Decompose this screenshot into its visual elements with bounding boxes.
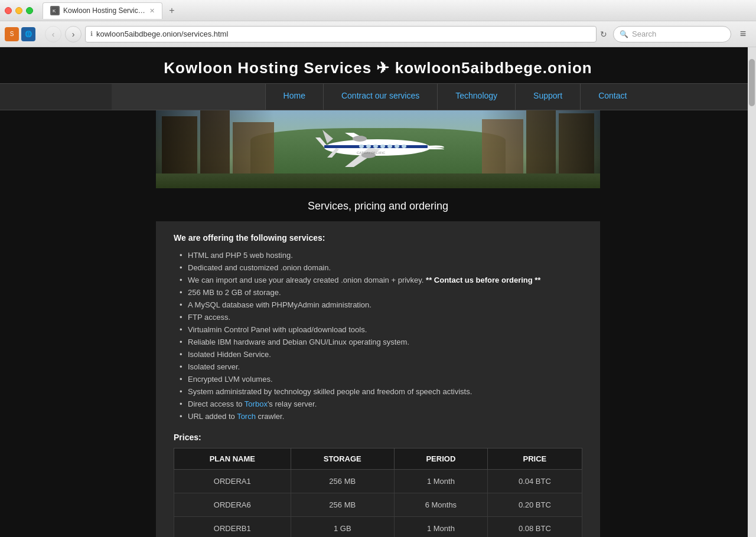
nav-bar: Home Contract our services Technology Su… [0, 83, 756, 110]
svg-point-6 [387, 145, 392, 148]
maximize-button[interactable] [26, 7, 33, 14]
services-heading: We are offering the following services: [174, 233, 582, 243]
period-cell: 1 Month [394, 517, 487, 538]
table-row: ORDERB1 1 GB 1 Month 0.08 BTC [174, 517, 582, 538]
svg-text:CATHAY PACIFIC: CATHAY PACIFIC [357, 151, 386, 155]
minimize-button[interactable] [15, 7, 22, 14]
list-item: Reliable IBM hardware and Debian GNU/Lin… [180, 338, 582, 346]
url-bar[interactable]: ℹ kowloon5aibdbege.onion/services.html [85, 26, 597, 42]
list-item: Encrypted LVM volumes. [180, 375, 582, 384]
services-box: We are offering the following services: … [156, 221, 600, 537]
menu-button[interactable]: ≡ [735, 26, 751, 42]
list-item: System administrated by technology skill… [180, 387, 582, 396]
list-item: We can import and use your already creat… [180, 276, 582, 284]
storage-cell: 1 GB [291, 517, 394, 538]
svg-point-8 [373, 145, 378, 148]
col-period: PERIOD [394, 448, 487, 470]
svg-point-10 [359, 145, 364, 148]
nav-link-technology[interactable]: Technology [437, 84, 515, 110]
pricing-table: PLAN NAME STORAGE PERIOD PRICE ORDERA1 2… [174, 448, 582, 537]
secure-icon: ℹ [90, 30, 93, 38]
plan-name-cell: ORDERA6 [174, 493, 291, 517]
list-item: Dedicated and customized .onion domain. [180, 263, 582, 272]
list-item: Isolated Hidden Service. [180, 350, 582, 359]
page-body: Kowloon Hosting Services ✈ kowloon5aibdb… [0, 47, 756, 537]
list-item: Virtualmin Control Panel with upload/dow… [180, 325, 582, 334]
tab-close-icon[interactable]: ✕ [149, 7, 155, 15]
period-cell: 1 Month [394, 470, 487, 493]
list-item: Isolated server. [180, 362, 582, 371]
price-cell: 0.20 BTC [487, 493, 582, 517]
plan-name-cell: ORDERA1 [174, 470, 291, 493]
traffic-lights [5, 7, 33, 14]
torch-link[interactable]: Torch [237, 412, 256, 421]
svg-point-4 [402, 145, 406, 148]
search-bar[interactable]: 🔍 Search [613, 26, 731, 42]
site-title: Kowloon Hosting Services ✈ kowloon5aibdb… [0, 59, 756, 77]
col-plan-name: PLAN NAME [174, 448, 291, 470]
price-cell: 0.08 BTC [487, 517, 582, 538]
page-container: CATHAY PACIFIC Services, pricing and ord… [156, 110, 600, 537]
nav-links: Home Contract our services Technology Su… [265, 84, 645, 110]
list-item: 256 MB to 2 GB of storage. [180, 288, 582, 297]
list-item: URL added to Torch crawler. [180, 412, 582, 421]
nav-placeholder [112, 84, 265, 110]
site-header: Kowloon Hosting Services ✈ kowloon5aibdb… [0, 47, 756, 83]
list-item: A MySQL database with PHPMyAdmin adminis… [180, 300, 582, 309]
nav-link-support[interactable]: Support [515, 84, 580, 110]
scrollbar-thumb[interactable] [749, 59, 755, 106]
nav-link-contract[interactable]: Contract our services [323, 84, 437, 110]
back-button[interactable]: ‹ [45, 26, 61, 42]
list-item: FTP access. [180, 313, 582, 322]
browser-content: Kowloon Hosting Services ✈ kowloon5aibdb… [0, 47, 756, 537]
scrollbar[interactable] [748, 47, 756, 537]
period-cell: 6 Months [394, 493, 487, 517]
search-input[interactable]: Search [632, 30, 656, 38]
reload-button[interactable]: ↻ [600, 30, 607, 39]
nav-link-home[interactable]: Home [265, 84, 323, 110]
forward-button[interactable]: › [65, 26, 82, 42]
prices-heading: Prices: [174, 433, 582, 442]
table-row: ORDERA6 256 MB 6 Months 0.20 BTC [174, 493, 582, 517]
col-storage: STORAGE [291, 448, 394, 470]
browser-window: K Kowloon Hosting Services ... ✕ + S 🌐 ‹… [0, 0, 756, 537]
tab-title: Kowloon Hosting Services ... [63, 6, 146, 15]
torbox-link[interactable]: Torbox [245, 400, 268, 408]
svg-point-7 [380, 145, 385, 148]
svg-point-9 [366, 145, 371, 148]
section-title: Services, pricing and ordering [156, 188, 600, 221]
col-price: PRICE [487, 448, 582, 470]
search-icon: 🔍 [620, 30, 628, 38]
new-tab-button[interactable]: + [165, 4, 179, 18]
title-bar: K Kowloon Hosting Services ... ✕ + [0, 0, 756, 21]
tab-bar: K Kowloon Hosting Services ... ✕ + [43, 2, 751, 19]
svg-point-5 [395, 145, 399, 148]
extensions-area: S 🌐 [5, 27, 41, 41]
extension-icon-1[interactable]: S [5, 27, 19, 41]
list-item: Direct access to Torbox's relay server. [180, 400, 582, 408]
hero-image: CATHAY PACIFIC [156, 110, 600, 188]
tab-favicon: K [50, 6, 60, 15]
nav-link-contact[interactable]: Contact [580, 84, 644, 110]
price-cell: 0.04 BTC [487, 470, 582, 493]
plan-name-cell: ORDERB1 [174, 517, 291, 538]
url-text[interactable]: kowloon5aibdbege.onion/services.html [96, 30, 591, 38]
list-item: HTML and PHP 5 web hosting. [180, 251, 582, 260]
svg-point-12 [353, 136, 367, 142]
table-row: ORDERA1 256 MB 1 Month 0.04 BTC [174, 470, 582, 493]
storage-cell: 256 MB [291, 470, 394, 493]
browser-tab[interactable]: K Kowloon Hosting Services ... ✕ [43, 2, 162, 19]
toolbar: S 🌐 ‹ › ℹ kowloon5aibdbege.onion/service… [0, 21, 756, 47]
close-button[interactable] [5, 7, 12, 14]
extension-icon-2[interactable]: 🌐 [21, 27, 35, 41]
storage-cell: 256 MB [291, 493, 394, 517]
services-list: HTML and PHP 5 web hosting. Dedicated an… [180, 251, 582, 421]
svg-text:K: K [53, 8, 56, 14]
